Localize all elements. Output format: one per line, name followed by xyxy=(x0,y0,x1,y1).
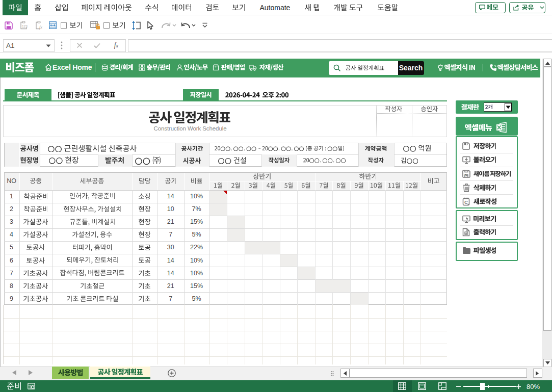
svg-text:N: N xyxy=(465,173,468,177)
svg-text:123: 123 xyxy=(22,24,28,28)
svg-text:fx: fx xyxy=(39,24,42,30)
svg-text:C: C xyxy=(464,199,468,205)
